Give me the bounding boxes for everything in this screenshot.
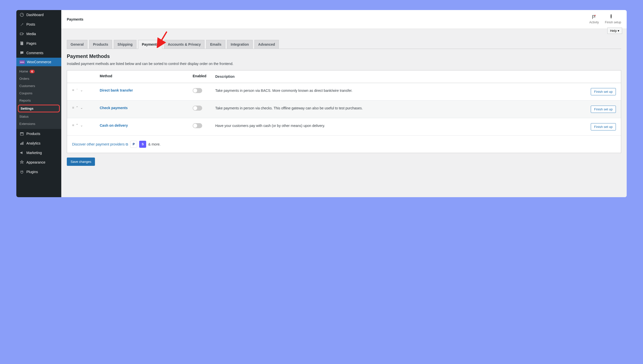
finish-setup-button[interactable]: Finish set up [591,123,616,130]
submenu-item-orders[interactable]: Orders [16,75,61,82]
drag-handle-icon[interactable]: ≡ [72,123,74,127]
sidebar-label: Dashboard [26,13,44,17]
external-link-icon: ⧉ [126,142,128,146]
svg-rect-9 [23,142,23,145]
section-title: Payment Methods [67,53,621,59]
woocommerce-submenu: Home 6 Orders Customers Coupons Reports … [16,66,61,129]
stripe-icon: S [139,141,146,148]
tab-general[interactable]: General [67,40,87,49]
drag-handle-icon[interactable]: ≡ [72,88,74,92]
sidebar-item-dashboard[interactable]: Dashboard [16,10,61,20]
svg-rect-4 [21,42,23,45]
svg-point-10 [595,15,596,16]
table-footer: Discover other payment providers ⧉ P S &… [67,136,621,153]
tab-payments[interactable]: Payments [138,40,162,49]
table-header-description: Description [215,74,583,79]
section-description: Installed payment methods are listed bel… [67,62,621,66]
method-link[interactable]: Cash on delivery [100,123,128,127]
tab-products[interactable]: Products [89,40,112,49]
save-changes-button[interactable]: Save changes [67,158,95,166]
appearance-icon [19,160,24,165]
admin-sidebar: Dashboard Posts Media Pages Comments woo… [16,10,61,197]
circle-icon [611,15,616,20]
submenu-item-home[interactable]: Home 6 [16,68,61,75]
discover-providers-link[interactable]: Discover other payment providers ⧉ [72,142,128,147]
submenu-item-customers[interactable]: Customers [16,82,61,90]
move-down-icon[interactable]: ⌄ [80,123,83,127]
method-description: Have your customers pay with cash (or by… [215,123,583,128]
media-icon [19,31,24,36]
tab-accounts-privacy[interactable]: Accounts & Privacy [164,40,205,49]
move-up-icon[interactable]: ⌃ [76,123,79,127]
submenu-item-status[interactable]: Status [16,113,61,120]
svg-rect-8 [22,142,22,145]
finish-setup-button[interactable]: Finish set up [591,88,616,95]
svg-point-2 [23,33,24,34]
table-row: ≡ ⌃ ⌄ Check payments Take payments in pe… [67,101,621,118]
sidebar-label: Comments [26,51,43,55]
move-up-icon[interactable]: ⌃ [76,106,79,110]
settings-tabs: General Products Shipping Payments Accou… [67,40,621,49]
table-row: ≡ ⌃ ⌄ Cash on delivery Have your custome… [67,118,621,136]
method-description: Take payments in person via checks. This… [215,106,583,111]
sidebar-item-products[interactable]: Products [16,129,61,138]
sidebar-item-pages[interactable]: Pages [16,39,61,48]
finish-setup-button[interactable]: Finish set up [591,106,616,113]
sidebar-label: Marketing [26,151,42,155]
sidebar-item-comments[interactable]: Comments [16,48,61,58]
move-down-icon[interactable]: ⌄ [80,106,83,110]
finish-setup-button[interactable]: Finish setup [605,15,621,24]
drag-handle-icon[interactable]: ≡ [72,106,74,110]
sidebar-label: Pages [26,41,36,45]
enabled-toggle[interactable] [193,106,202,111]
sidebar-label: Appearance [26,160,45,164]
flag-icon [592,15,597,20]
table-header-method: Method [100,74,193,79]
page-title: Payments [67,17,83,21]
comments-icon [19,50,24,55]
home-badge: 6 [30,70,35,73]
pages-icon [19,41,24,46]
svg-rect-1 [20,33,23,35]
enabled-toggle[interactable] [193,88,202,93]
pin-icon [19,22,24,27]
sidebar-item-appearance[interactable]: Appearance [16,158,61,167]
method-link[interactable]: Check payments [100,106,128,110]
tab-emails[interactable]: Emails [206,40,225,49]
analytics-icon [19,141,24,146]
enabled-toggle[interactable] [193,123,202,128]
submenu-item-reports[interactable]: Reports [16,97,61,104]
tab-shipping[interactable]: Shipping [114,40,136,49]
move-down-icon[interactable]: ⌄ [80,88,83,92]
sidebar-item-marketing[interactable]: Marketing [16,148,61,158]
sidebar-item-woocommerce[interactable]: woo WooCommerce [16,58,61,66]
sidebar-label: Analytics [26,141,40,145]
svg-rect-6 [20,133,23,133]
woo-icon: woo [19,60,25,64]
method-link[interactable]: Direct bank transfer [100,88,133,92]
sidebar-label: Plugins [26,170,38,174]
sidebar-item-analytics[interactable]: Analytics [16,138,61,148]
sidebar-item-media[interactable]: Media [16,29,61,39]
top-bar: Payments Activity Finish setup [61,10,627,29]
marketing-icon [19,150,24,155]
sidebar-label: Media [26,32,36,36]
sidebar-label: Products [26,132,40,136]
activity-button[interactable]: Activity [589,15,599,24]
submenu-item-extensions[interactable]: Extensions [16,120,61,127]
sidebar-item-plugins[interactable]: Plugins [16,167,61,177]
payment-methods-table: Method Enabled Description ≡ ⌃ ⌄ Direct … [67,70,621,153]
table-header-enabled: Enabled [193,74,215,79]
submenu-item-coupons[interactable]: Coupons [16,90,61,97]
method-description: Take payments in person via BACS. More c… [215,88,583,93]
more-text: & more. [148,142,160,146]
submenu-item-settings[interactable]: Settings [18,105,60,112]
sidebar-item-posts[interactable]: Posts [16,20,61,29]
tab-advanced[interactable]: Advanced [254,40,279,49]
tab-integration[interactable]: Integration [227,40,253,49]
main-content: Payments Activity Finish setup Help ▾ Ge… [61,10,627,197]
move-up-icon[interactable]: ⌃ [76,88,79,92]
svg-rect-7 [20,143,21,145]
plugins-icon [19,169,24,174]
sidebar-label: Posts [26,22,35,26]
